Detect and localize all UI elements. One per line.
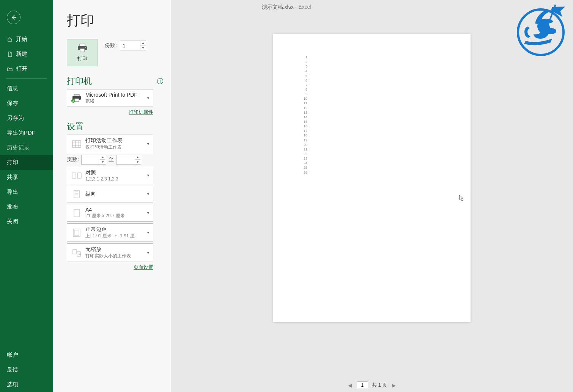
orientation-title: 纵向 xyxy=(85,191,146,198)
preview-row-number: 9 xyxy=(302,92,307,96)
sidebar-item-save[interactable]: 保存 xyxy=(0,96,53,111)
printer-dropdown[interactable]: Microsoft Print to PDF 就绪 ▼ xyxy=(67,89,153,107)
sidebar-item-new[interactable]: 新建 xyxy=(0,47,53,61)
sidebar-item-export[interactable]: 导出 xyxy=(0,185,53,199)
portrait-icon xyxy=(70,188,83,200)
sidebar-item-close[interactable]: 关闭 xyxy=(0,214,53,229)
sidebar-item-label: 导出为PDF xyxy=(7,129,35,136)
back-arrow-icon xyxy=(10,14,17,21)
pages-label: 页数: xyxy=(67,156,79,163)
sidebar-item-options[interactable]: 选项 xyxy=(0,377,53,392)
margins-title: 正常边距 xyxy=(85,226,146,233)
pages-to-input[interactable]: ▲▼ xyxy=(116,155,141,165)
spinner-down-icon[interactable]: ▼ xyxy=(140,45,146,50)
sidebar-item-saveas[interactable]: 另存为 xyxy=(0,111,53,125)
preview-row-number: 5 xyxy=(302,74,307,78)
svg-rect-16 xyxy=(72,173,76,178)
pages-to-label: 至 xyxy=(109,156,114,163)
info-icon[interactable]: i xyxy=(157,78,163,84)
svg-rect-25 xyxy=(73,249,76,254)
sidebar-item-label: 帐户 xyxy=(7,351,18,359)
backstage-sidebar: 开始 新建 打开 信息 保存 另存为 导出为PDF 历史记录 打印 共享 导出 … xyxy=(0,0,53,392)
sidebar-item-exportpdf[interactable]: 导出为PDF xyxy=(0,125,53,140)
printer-properties-link[interactable]: 打印机属性 xyxy=(129,109,153,115)
print-button[interactable]: 打印 xyxy=(67,39,98,66)
copies-input[interactable] xyxy=(120,42,140,50)
preview-row-number: 17 xyxy=(302,129,307,133)
sidebar-item-home[interactable]: 开始 xyxy=(0,32,53,47)
scaling-title: 无缩放 xyxy=(85,246,146,253)
preview-page: 1234567891011121314151617181920212223242… xyxy=(273,34,471,322)
page-setup-link[interactable]: 页面设置 xyxy=(134,264,153,270)
next-page-button[interactable]: ▶ xyxy=(391,382,397,388)
titlebar-sep: - xyxy=(294,4,298,10)
sidebar-item-open[interactable]: 打开 xyxy=(0,61,53,76)
preview-row-number: 2 xyxy=(302,60,307,64)
main-area: 打印 打印 份数: xyxy=(53,0,573,392)
back-button[interactable] xyxy=(7,11,20,24)
preview-row-number: 26 xyxy=(302,170,307,175)
svg-rect-5 xyxy=(80,49,85,52)
copies-label: 份数: xyxy=(105,42,117,49)
sidebar-item-label: 另存为 xyxy=(7,114,24,122)
spinner-down-icon[interactable]: ▼ xyxy=(135,160,140,164)
chevron-down-icon: ▼ xyxy=(146,96,150,100)
sidebar-item-account[interactable]: 帐户 xyxy=(0,348,53,362)
preview-row-number: 12 xyxy=(302,106,307,110)
preview-row-number: 11 xyxy=(302,101,307,105)
scaling-dropdown[interactable]: 100 无缩放 打印实际大小的工作表 ▼ xyxy=(67,243,153,262)
printer-icon xyxy=(77,43,88,53)
preview-row-number: 10 xyxy=(302,96,307,101)
preview-row-number: 20 xyxy=(302,143,307,147)
spinner-up-icon[interactable]: ▲ xyxy=(135,155,140,160)
printer-status: 就绪 xyxy=(85,98,146,104)
spinner-up-icon[interactable]: ▲ xyxy=(100,155,105,160)
sidebar-item-info[interactable]: 信息 xyxy=(0,81,53,96)
titlebar: 演示文稿.xlsx - Excel xyxy=(262,4,312,11)
paper-size-dropdown[interactable]: A4 21 厘米 x 29.7 厘米 ▼ xyxy=(67,204,153,222)
collate-dropdown[interactable]: 对照 1,2,3 1,2,3 1,2,3 ▼ xyxy=(67,167,153,184)
preview-row-number: 6 xyxy=(302,78,307,83)
copies-spinner[interactable]: ▲▼ xyxy=(120,41,146,50)
paper-sub: 21 厘米 x 29.7 厘米 xyxy=(85,213,146,219)
settings-section-title: 设置 xyxy=(67,121,83,132)
sheets-icon xyxy=(70,138,83,150)
sidebar-item-label: 新建 xyxy=(16,50,27,58)
pages-from-input[interactable]: ▲▼ xyxy=(81,155,106,165)
orientation-dropdown[interactable]: 纵向 ▼ xyxy=(67,186,153,202)
preview-row-number: 16 xyxy=(302,124,307,129)
printer-section-title: 打印机 xyxy=(67,75,92,87)
print-what-dropdown[interactable]: 打印活动工作表 仅打印活动工作表 ▼ xyxy=(67,135,153,153)
preview-page-nav: ◀ 共 1 页 ▶ xyxy=(171,378,573,392)
sidebar-divider xyxy=(6,78,47,79)
sidebar-item-publish[interactable]: 发布 xyxy=(0,199,53,214)
chevron-down-icon: ▼ xyxy=(146,231,150,235)
printer-device-icon xyxy=(70,93,83,104)
sidebar-item-print[interactable]: 打印 xyxy=(0,155,53,170)
preview-row-number: 3 xyxy=(302,64,307,69)
preview-row-number: 13 xyxy=(302,110,307,115)
margins-icon xyxy=(70,227,83,238)
prev-page-button[interactable]: ◀ xyxy=(347,382,353,388)
sidebar-item-history[interactable]: 历史记录 xyxy=(0,140,53,155)
spinner-down-icon[interactable]: ▼ xyxy=(100,160,105,164)
print-button-label: 打印 xyxy=(77,55,87,62)
chevron-down-icon: ▼ xyxy=(146,174,150,177)
margins-dropdown[interactable]: 正常边距 上: 1.91 厘米 下: 1.91 厘... ▼ xyxy=(67,223,153,242)
preview-row-numbers: 1234567891011121314151617181920212223242… xyxy=(302,55,442,175)
preview-row-number: 19 xyxy=(302,138,307,143)
svg-point-2 xyxy=(546,28,556,34)
preview-row-number: 23 xyxy=(302,156,307,161)
sidebar-item-label: 保存 xyxy=(7,100,18,107)
svg-rect-17 xyxy=(77,173,81,178)
sidebar-item-share[interactable]: 共享 xyxy=(0,170,53,185)
spinner-up-icon[interactable]: ▲ xyxy=(140,41,146,45)
sidebar-item-label: 发布 xyxy=(7,203,18,210)
app-root: 演示文稿.xlsx - Excel 开始 新建 xyxy=(0,0,573,392)
sidebar-item-label: 选项 xyxy=(7,381,18,388)
current-page-input[interactable] xyxy=(357,381,368,389)
svg-point-6 xyxy=(85,47,86,48)
sidebar-item-feedback[interactable]: 反馈 xyxy=(0,362,53,377)
titlebar-filename: 演示文稿.xlsx xyxy=(262,4,294,10)
collate-title: 对照 xyxy=(85,169,146,176)
